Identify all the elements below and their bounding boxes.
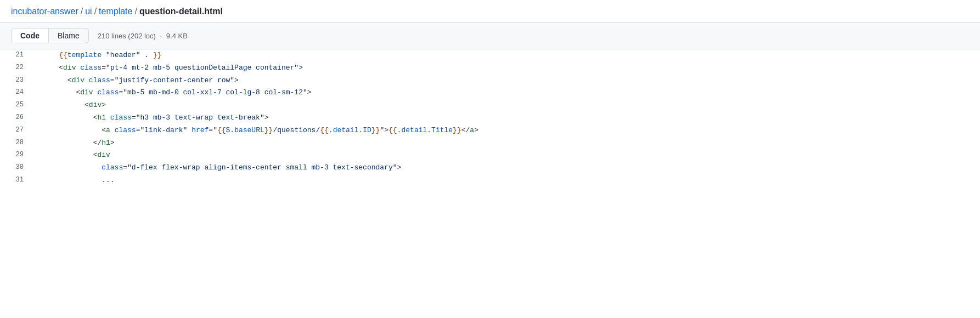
blame-tab-button[interactable]: Blame — [49, 28, 89, 43]
line-number[interactable]: 31 — [0, 174, 33, 186]
code-tab-button[interactable]: Code — [11, 28, 49, 43]
breadcrumb-ui-link[interactable]: ui — [85, 7, 92, 16]
code-line: 29 <div — [0, 149, 980, 162]
breadcrumb-sep3: / — [134, 7, 137, 16]
breadcrumb-sep1: / — [81, 7, 83, 16]
line-number[interactable]: 28 — [0, 137, 33, 149]
breadcrumb-filename: question-detail.html — [139, 7, 223, 16]
line-number[interactable]: 21 — [0, 49, 33, 61]
line-number[interactable]: 24 — [0, 87, 33, 98]
line-number[interactable]: 26 — [0, 112, 33, 123]
breadcrumb-repo-link[interactable]: incubator-answer — [11, 7, 78, 16]
line-number[interactable]: 29 — [0, 149, 33, 161]
dot-separator: · — [160, 32, 162, 40]
line-content: <div class="justify-content-center row"> — [33, 75, 980, 87]
code-line: 21 {{template "header" . }} — [0, 49, 980, 62]
code-line: 28 </h1> — [0, 137, 980, 150]
line-number[interactable]: 23 — [0, 75, 33, 86]
line-number[interactable]: 30 — [0, 162, 33, 173]
line-content: <div class="pt-4 mt-2 mb-5 questionDetai… — [33, 62, 980, 75]
line-number[interactable]: 25 — [0, 99, 33, 111]
line-content: <div class="mb-5 mb-md-0 col-xxl-7 col-l… — [33, 87, 980, 99]
line-content: {{template "header" . }} — [33, 49, 980, 62]
line-number[interactable]: 22 — [0, 62, 33, 73]
line-count: 210 lines (202 loc) — [98, 32, 156, 40]
code-line: 23 <div class="justify-content-center ro… — [0, 75, 980, 87]
line-content: <a class="link-dark" href="{{$.baseURL}}… — [33, 124, 980, 137]
line-content: class="d-flex flex-wrap align-items-cent… — [33, 162, 980, 174]
line-content: ... — [33, 174, 980, 187]
line-content: </h1> — [33, 137, 980, 150]
code-line: 30 class="d-flex flex-wrap align-items-c… — [0, 162, 980, 174]
line-number[interactable]: 27 — [0, 124, 33, 136]
file-toolbar: Code Blame 210 lines (202 loc) · 9.4 KB — [0, 22, 980, 49]
breadcrumb-sep2: / — [94, 7, 97, 16]
breadcrumb-template-link[interactable]: template — [99, 7, 132, 16]
file-size: 9.4 KB — [166, 32, 188, 40]
code-line: 26 <h1 class="h3 mb-3 text-wrap text-bre… — [0, 112, 980, 124]
code-container: 21 {{template "header" . }} 22 <div clas… — [0, 49, 980, 187]
code-line: 25 <div> — [0, 99, 980, 112]
code-line: 31 ... — [0, 174, 980, 187]
file-info: 210 lines (202 loc) · 9.4 KB — [98, 32, 188, 40]
line-content: <h1 class="h3 mb-3 text-wrap text-break"… — [33, 112, 980, 124]
code-line: 27 <a class="link-dark" href="{{$.baseUR… — [0, 124, 980, 137]
breadcrumb: incubator-answer / ui / template / quest… — [0, 0, 980, 22]
code-line: 22 <div class="pt-4 mt-2 mb-5 questionDe… — [0, 62, 980, 75]
line-content: <div — [33, 149, 980, 162]
line-content: <div> — [33, 99, 980, 112]
code-line: 24 <div class="mb-5 mb-md-0 col-xxl-7 co… — [0, 87, 980, 99]
